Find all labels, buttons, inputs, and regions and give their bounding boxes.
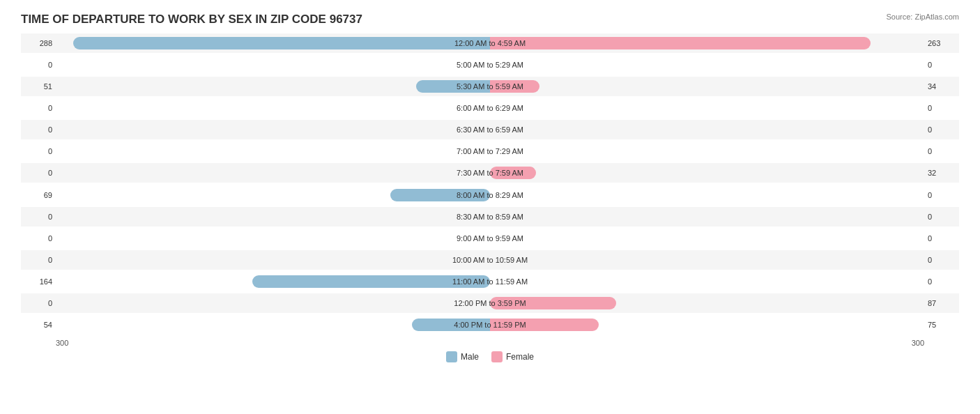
chart-row: 009:00 AM to 9:59 AM (21, 229, 959, 248)
row-label: 7:30 AM to 7:59 AM (457, 169, 523, 177)
female-value: 32 (928, 169, 959, 177)
chart-row: 007:00 AM to 7:29 AM (21, 141, 959, 161)
male-value: 51 (21, 82, 52, 91)
legend-female: Female (491, 351, 534, 362)
female-value: 0 (928, 147, 959, 155)
female-value: 0 (928, 191, 959, 199)
legend-male: Male (446, 351, 479, 362)
row-label: 11:00 AM to 11:59 AM (452, 277, 528, 286)
female-value: 263 (928, 39, 959, 47)
chart-row: 28826312:00 AM to 4:59 AM (21, 33, 959, 53)
chart-row: 008:30 AM to 8:59 AM (21, 207, 959, 227)
male-value: 0 (21, 147, 52, 155)
female-value: 0 (928, 213, 959, 221)
male-value: 0 (21, 61, 52, 69)
female-bar (490, 37, 871, 49)
chart-title: TIME OF DEPARTURE TO WORK BY SEX IN ZIP … (21, 13, 959, 26)
male-value: 0 (21, 169, 52, 177)
female-value: 87 (928, 299, 959, 307)
row-label: 12:00 PM to 3:59 PM (454, 299, 526, 307)
male-value: 164 (21, 277, 52, 286)
axis-labels: 300 300 (21, 339, 959, 347)
legend: Male Female (21, 351, 959, 362)
male-value: 54 (21, 321, 52, 329)
female-value: 34 (928, 82, 959, 91)
row-label: 12:00 AM to 4:59 AM (454, 39, 526, 47)
row-label: 4:00 PM to 11:59 PM (454, 321, 526, 329)
female-value: 0 (928, 256, 959, 264)
female-value: 0 (928, 125, 959, 134)
axis-left: 300 (56, 339, 68, 347)
male-value: 0 (21, 104, 52, 112)
row-label: 6:00 AM to 6:29 AM (457, 104, 523, 112)
row-label: 5:30 AM to 5:59 AM (457, 82, 523, 91)
male-value: 288 (21, 39, 52, 47)
legend-female-label: Female (506, 352, 534, 362)
row-label: 7:00 AM to 7:29 AM (457, 147, 523, 155)
chart-container: TIME OF DEPARTURE TO WORK BY SEX IN ZIP … (0, 0, 980, 414)
row-label: 8:30 AM to 8:59 AM (457, 213, 523, 221)
chart-row: 08712:00 PM to 3:59 PM (21, 293, 959, 313)
row-label: 5:00 AM to 5:29 AM (457, 61, 523, 69)
male-bar (73, 37, 490, 49)
male-value: 0 (21, 234, 52, 243)
chart-row: 0327:30 AM to 7:59 AM (21, 163, 959, 183)
row-label: 10:00 AM to 10:59 AM (452, 256, 528, 264)
male-value: 0 (21, 256, 52, 264)
chart-row: 0010:00 AM to 10:59 AM (21, 250, 959, 270)
source-text: Source: ZipAtlas.com (886, 13, 959, 21)
female-value: 0 (928, 61, 959, 69)
female-value: 75 (928, 321, 959, 329)
male-value: 0 (21, 213, 52, 221)
male-value: 0 (21, 299, 52, 307)
female-value: 0 (928, 234, 959, 243)
axis-right: 300 (912, 339, 924, 347)
chart-area: 28826312:00 AM to 4:59 AM005:00 AM to 5:… (21, 32, 959, 357)
legend-male-label: Male (461, 352, 479, 362)
chart-row: 164011:00 AM to 11:59 AM (21, 272, 959, 291)
row-label: 8:00 AM to 8:29 AM (457, 191, 523, 199)
male-value: 69 (21, 191, 52, 199)
legend-male-box (446, 351, 457, 362)
chart-row: 54754:00 PM to 11:59 PM (21, 315, 959, 335)
female-value: 0 (928, 277, 959, 286)
chart-row: 006:30 AM to 6:59 AM (21, 120, 959, 139)
rows-container: 28826312:00 AM to 4:59 AM005:00 AM to 5:… (21, 32, 959, 336)
chart-row: 51345:30 AM to 5:59 AM (21, 77, 959, 96)
row-label: 6:30 AM to 6:59 AM (457, 125, 523, 134)
male-value: 0 (21, 125, 52, 134)
row-label: 9:00 AM to 9:59 AM (457, 234, 523, 243)
female-value: 0 (928, 104, 959, 112)
chart-row: 005:00 AM to 5:29 AM (21, 55, 959, 75)
legend-female-box (491, 351, 503, 362)
chart-row: 6908:00 AM to 8:29 AM (21, 185, 959, 205)
chart-row: 006:00 AM to 6:29 AM (21, 98, 959, 118)
